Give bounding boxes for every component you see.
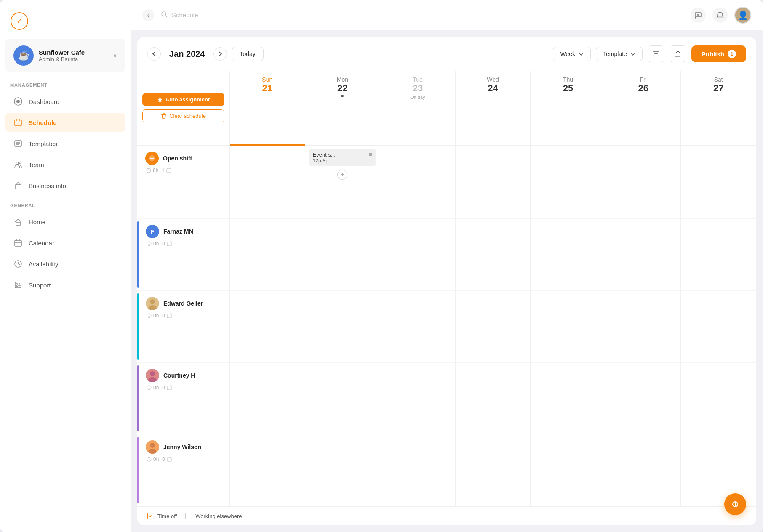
farnaz-cell-tue[interactable]: [380, 219, 456, 291]
courtney-cell-mon[interactable]: [305, 363, 381, 435]
fab-button[interactable]: [724, 493, 746, 515]
off-day-label-tue: Off day: [384, 95, 452, 100]
calendar-grid: Auto assignment Clear schedule Sun 21 Mo: [137, 71, 756, 506]
courtney-cell-sun[interactable]: [230, 363, 305, 435]
edward-cell-tue[interactable]: [380, 291, 456, 363]
edward-avatar: [146, 297, 159, 310]
open-shift-cell-fri[interactable]: [606, 146, 681, 219]
day-dot-mon: [341, 95, 344, 97]
next-week-button[interactable]: [213, 47, 227, 61]
view-select-label: Week: [560, 51, 575, 57]
farnaz-name: Farnaz MN: [163, 228, 193, 235]
filter-button[interactable]: [648, 45, 664, 62]
day-number-mon: 22: [309, 83, 377, 94]
day-name-thu: Thu: [534, 76, 602, 83]
sidebar-item-team[interactable]: Team: [5, 155, 125, 174]
search-icon: [161, 11, 168, 19]
sidebar-item-support[interactable]: 24 Support: [5, 275, 125, 295]
support-icon: 24: [13, 280, 23, 290]
courtney-cell-fri[interactable]: [606, 363, 681, 435]
svg-rect-60: [167, 458, 171, 461]
publish-button[interactable]: Publish 1: [691, 45, 746, 62]
svg-rect-42: [167, 242, 171, 246]
sidebar-item-business-info[interactable]: Business info: [5, 176, 125, 195]
notifications-button[interactable]: [712, 8, 728, 23]
jenny-cell-fri[interactable]: [606, 434, 681, 506]
chat-button[interactable]: [691, 8, 706, 23]
sidebar-item-dashboard[interactable]: Dashboard: [5, 92, 125, 111]
edward-cell-mon[interactable]: [305, 291, 381, 363]
courtney-cell-wed[interactable]: [456, 363, 531, 435]
farnaz-cell-thu[interactable]: [531, 219, 606, 291]
open-shift-cell-wed[interactable]: [456, 146, 531, 219]
open-shift-label-cell: Open shift 8h 1: [137, 146, 230, 219]
svg-rect-54: [167, 386, 171, 390]
jenny-cell-mon[interactable]: [305, 434, 381, 506]
jenny-cell-sun[interactable]: [230, 434, 305, 506]
time-off-checkbox[interactable]: [147, 513, 154, 519]
farnaz-hours: 0h: [147, 241, 159, 247]
search-bar[interactable]: Schedule: [161, 11, 684, 19]
prev-week-button[interactable]: [147, 47, 161, 61]
workspace-info: Sunflower Cafe Admin & Barista: [39, 49, 108, 62]
day-header-tue: Tue 23 Off day: [380, 71, 456, 146]
jenny-cell-thu[interactable]: [531, 434, 606, 506]
open-shift-cell-thu[interactable]: [531, 146, 606, 219]
open-shift-cell-sat[interactable]: [681, 146, 756, 219]
edward-cell-thu[interactable]: [531, 291, 606, 363]
edward-cell-sun[interactable]: [230, 291, 305, 363]
jenny-cell-sat[interactable]: [681, 434, 756, 506]
working-elsewhere-checkbox[interactable]: [185, 513, 192, 519]
clear-schedule-button[interactable]: Clear schedule: [142, 109, 224, 122]
today-button[interactable]: Today: [232, 47, 264, 61]
farnaz-cell-mon[interactable]: [305, 219, 381, 291]
day-number-sat: 27: [684, 83, 752, 94]
farnaz-cell-wed[interactable]: [456, 219, 531, 291]
svg-point-51: [150, 371, 155, 376]
farnaz-cell-sat[interactable]: [681, 219, 756, 291]
sidebar-item-schedule[interactable]: Schedule: [5, 113, 125, 132]
user-avatar[interactable]: 👤: [734, 7, 751, 24]
availability-label: Availability: [29, 261, 59, 268]
svg-rect-15: [15, 185, 21, 189]
schedule-panel: Jan 2024 Today Week Template: [137, 37, 756, 525]
farnaz-cell-fri[interactable]: [606, 219, 681, 291]
collapse-sidebar-button[interactable]: ‹: [142, 9, 154, 21]
svg-point-4: [16, 100, 20, 103]
courtney-cell-thu[interactable]: [531, 363, 606, 435]
auto-assignment-button[interactable]: Auto assignment: [142, 93, 224, 106]
edward-shift-count: 0: [162, 313, 172, 319]
sidebar-item-calendar[interactable]: Calendar: [5, 233, 125, 253]
business-info-label: Business info: [29, 182, 66, 189]
edward-label-cell: Edward Geller 0h 0: [137, 291, 230, 363]
jenny-avatar: [146, 440, 159, 454]
svg-rect-5: [15, 120, 21, 126]
sidebar-item-home[interactable]: Home: [5, 212, 125, 231]
edward-cell-sat[interactable]: [681, 291, 756, 363]
sort-button[interactable]: [670, 45, 686, 62]
jenny-cell-tue[interactable]: [380, 434, 456, 506]
open-shift-cell-sun[interactable]: [230, 146, 305, 219]
farnaz-cell-sun[interactable]: [230, 219, 305, 291]
sidebar-item-templates[interactable]: Templates: [5, 134, 125, 153]
dashboard-icon: [13, 97, 23, 106]
courtney-cell-tue[interactable]: [380, 363, 456, 435]
sidebar-item-availability[interactable]: Availability: [5, 254, 125, 274]
jenny-cell-wed[interactable]: [456, 434, 531, 506]
template-select-button[interactable]: Template: [596, 47, 643, 61]
open-shift-cell-mon[interactable]: Event s... 12p-8p +: [305, 146, 381, 219]
team-label: Team: [29, 161, 44, 168]
workspace-selector[interactable]: ☕ Sunflower Cafe Admin & Barista ∨: [5, 39, 125, 72]
edward-cell-fri[interactable]: [606, 291, 681, 363]
publish-count-badge: 1: [728, 50, 736, 58]
courtney-cell-sat[interactable]: [681, 363, 756, 435]
template-select-label: Template: [603, 51, 627, 57]
schedule-toolbar: Jan 2024 Today Week Template: [137, 37, 756, 71]
open-shift-cell-tue[interactable]: [380, 146, 456, 219]
jenny-hours: 0h: [147, 456, 159, 462]
svg-rect-48: [167, 314, 171, 318]
add-shift-button-mon[interactable]: +: [337, 170, 347, 180]
shift-card[interactable]: Event s... 12p-8p: [309, 149, 377, 166]
view-select-button[interactable]: Week: [553, 47, 591, 61]
edward-cell-wed[interactable]: [456, 291, 531, 363]
